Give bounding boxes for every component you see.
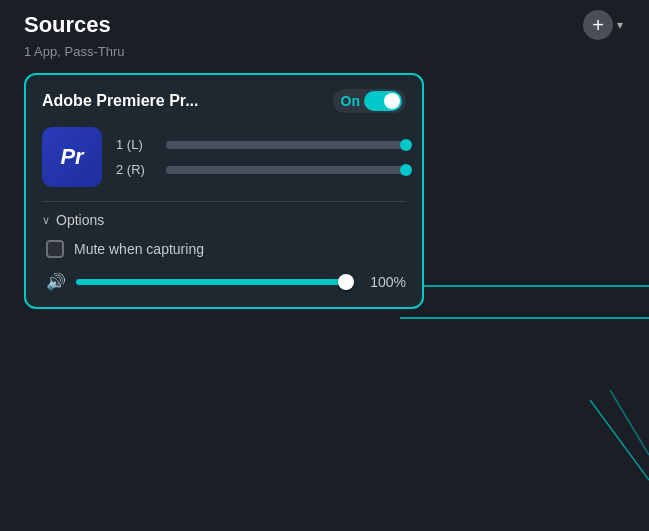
app-icon: Pr: [42, 127, 102, 187]
channel-label-1: 1 (L): [116, 137, 158, 152]
card-header: Adobe Premiere Pr... On: [42, 89, 406, 113]
card-title: Adobe Premiere Pr...: [42, 92, 199, 110]
mute-row: Mute when capturing: [42, 240, 406, 258]
sources-subtitle: 1 App, Pass-Thru: [24, 44, 625, 59]
toggle-switch[interactable]: [364, 91, 402, 111]
channel-row-2: 2 (R): [116, 162, 406, 177]
channel-row-1: 1 (L): [116, 137, 406, 152]
source-card: Adobe Premiere Pr... On Pr 1 (L) 2 (R): [24, 73, 424, 309]
sources-title: Sources: [24, 12, 111, 38]
volume-icon: 🔊: [46, 272, 66, 291]
mute-label: Mute when capturing: [74, 241, 204, 257]
options-label: Options: [56, 212, 104, 228]
mute-checkbox[interactable]: [46, 240, 64, 258]
volume-slider[interactable]: [76, 279, 352, 285]
channel-label-2: 2 (R): [116, 162, 158, 177]
options-header[interactable]: ∨ Options: [42, 212, 406, 228]
add-dropdown-arrow-icon[interactable]: ▾: [615, 14, 625, 36]
svg-line-2: [590, 400, 649, 480]
toggle-control[interactable]: On: [333, 89, 406, 113]
divider: [42, 201, 406, 202]
add-button-group: + ▾: [583, 10, 625, 40]
channel-bar-1: [166, 141, 406, 149]
add-source-button[interactable]: +: [583, 10, 613, 40]
channel-bar-2: [166, 166, 406, 174]
toggle-knob: [384, 93, 400, 109]
toggle-label: On: [337, 93, 360, 109]
volume-track: [76, 279, 352, 285]
channel-dot-2: [400, 164, 412, 176]
volume-value: 100%: [362, 274, 406, 290]
chevron-down-icon: ∨: [42, 214, 50, 227]
volume-row: 🔊 100%: [42, 272, 406, 291]
app-row: Pr 1 (L) 2 (R): [42, 127, 406, 187]
svg-line-3: [610, 390, 649, 455]
channel-dot-1: [400, 139, 412, 151]
channels: 1 (L) 2 (R): [116, 137, 406, 177]
volume-knob: [338, 274, 354, 290]
